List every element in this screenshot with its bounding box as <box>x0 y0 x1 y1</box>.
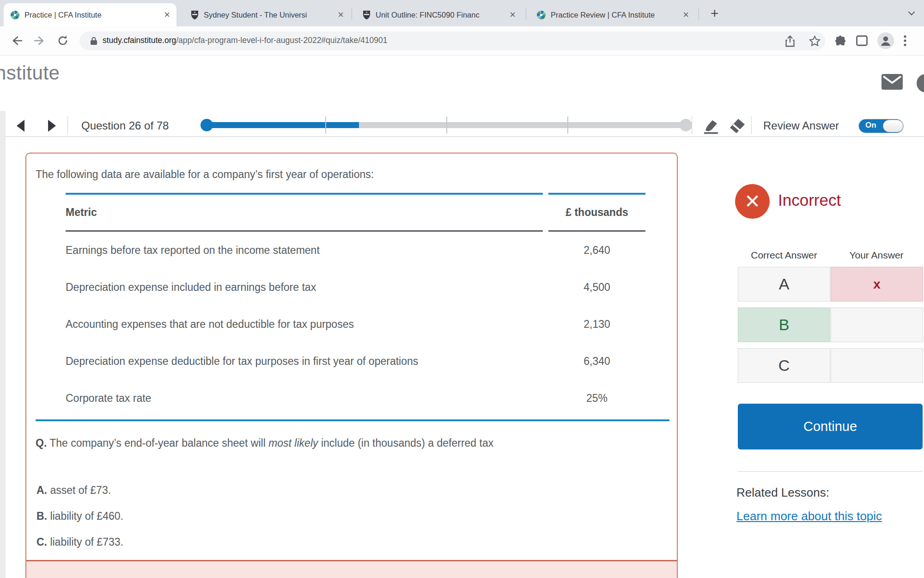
url-domain: study.cfainstitute.org <box>103 36 176 45</box>
new-tab-button[interactable]: + <box>711 6 719 21</box>
browser-toolbar: study.cfainstitute.org/app/cfa-program-l… <box>0 26 924 55</box>
bookmark-star-icon[interactable] <box>808 35 821 47</box>
result-status: Incorrect <box>778 191 841 209</box>
tab-practice-cfa[interactable]: Practice | CFA Institute × <box>4 3 176 26</box>
mail-icon[interactable] <box>881 74 903 90</box>
answer-cell-c: C <box>738 348 830 383</box>
your-answer-cell-c <box>831 348 923 383</box>
profile-partial-icon[interactable] <box>917 74 924 92</box>
option-c: C. liability of £733. <box>36 536 123 548</box>
option-text: liability of £460. <box>47 510 123 522</box>
tab-search-chevron-icon[interactable] <box>906 8 917 18</box>
eraser-icon[interactable] <box>727 117 748 135</box>
progress-end-cap <box>680 119 692 131</box>
nav-bottom-border <box>6 136 924 137</box>
back-icon[interactable] <box>10 34 23 47</box>
incorrect-x-icon: ✕ <box>735 184 770 219</box>
sidebar-divider <box>738 471 923 472</box>
prompt-text: The company’s end-of-year balance sheet … <box>47 437 268 449</box>
tab-divider <box>352 8 352 20</box>
url-text[interactable]: study.cfainstitute.org/app/cfa-program-l… <box>103 36 387 45</box>
highlighter-icon[interactable] <box>700 117 721 135</box>
answer-cell-b: B <box>738 307 830 342</box>
related-lessons-label: Related Lessons: <box>736 486 829 500</box>
close-tab-icon[interactable]: × <box>164 10 170 19</box>
address-bar[interactable]: study.cfainstitute.org/app/cfa-program-l… <box>79 31 825 50</box>
option-letter: C. <box>36 536 47 548</box>
prompt-prefix: Q. <box>36 437 47 449</box>
side-panel-icon[interactable] <box>856 35 868 47</box>
usyd-crest-icon <box>191 10 199 20</box>
nav-divider <box>692 117 692 134</box>
metric-cell: Earnings before tax reported on the inco… <box>66 232 543 269</box>
progress-fill <box>204 122 359 128</box>
your-answer-cell-b <box>831 307 923 342</box>
question-panel: The following data are available for a c… <box>25 153 678 578</box>
table-row: Earnings before tax reported on the inco… <box>66 232 645 269</box>
option-letter: B. <box>36 510 47 522</box>
your-answer-header: Your Answer <box>830 250 923 261</box>
continue-button[interactable]: Continue <box>738 404 923 449</box>
tab-divider <box>699 8 699 20</box>
review-answer-label: Review Answer <box>763 119 839 132</box>
metric-cell: Corporate tax rate <box>66 380 543 417</box>
lock-icon[interactable] <box>90 36 98 46</box>
progress-start-cap <box>201 119 213 131</box>
tab-sydney-student[interactable]: Sydney Student - The Universi × <box>184 3 350 26</box>
tab-title: Sydney Student - The Universi <box>204 11 334 19</box>
question-counter: Question 26 of 78 <box>81 119 169 132</box>
question-prompt: Q. The company’s end-of-year balance she… <box>36 437 493 449</box>
data-table: Metric £ thousands Earnings before tax r… <box>66 193 645 417</box>
learn-more-link[interactable]: Learn more about this topic <box>736 509 882 523</box>
value-cell: 2,130 <box>548 306 645 343</box>
share-icon[interactable] <box>784 35 796 48</box>
progress-tick-25 <box>325 117 326 134</box>
prompt-text: include (in thousands) a deferred tax <box>318 437 494 449</box>
value-cell: 2,640 <box>548 232 645 269</box>
close-tab-icon[interactable]: × <box>683 10 689 19</box>
metric-column-header: Metric <box>66 193 543 232</box>
tab-strip: Practice | CFA Institute × Sydney Studen… <box>0 0 924 26</box>
forward-icon[interactable] <box>33 34 46 47</box>
question-intro: The following data are available for a c… <box>36 168 374 181</box>
option-text: asset of £73. <box>47 484 111 496</box>
page-left-gutter <box>0 111 6 578</box>
table-row: Depreciation expense deductible for tax … <box>66 343 645 380</box>
usyd-crest-icon <box>363 10 371 20</box>
close-tab-icon[interactable]: × <box>510 10 516 19</box>
explanation-band <box>26 560 677 578</box>
correct-answer-header: Correct Answer <box>738 250 830 261</box>
review-answer-toggle[interactable]: On <box>858 119 904 133</box>
your-answer-cell-a: x <box>831 267 923 301</box>
tab-title: Practice Review | CFA Institute <box>551 11 679 19</box>
tab-practice-review[interactable]: Practice Review | CFA Institute × <box>530 3 695 26</box>
next-question-button[interactable] <box>48 120 56 132</box>
cfa-logo-icon <box>537 11 546 19</box>
prompt-italic: most likely <box>268 437 318 449</box>
option-text: liability of £733. <box>47 536 123 548</box>
reload-icon[interactable] <box>56 34 69 47</box>
metric-cell: Depreciation expense deductible for tax … <box>66 343 543 380</box>
cfa-logo-icon <box>11 11 19 19</box>
menu-kebab-icon[interactable] <box>904 35 906 47</box>
value-cell: 4,500 <box>548 269 645 306</box>
profile-avatar[interactable] <box>877 32 894 49</box>
extensions-puzzle-icon[interactable] <box>834 35 846 47</box>
table-bottom-border <box>36 419 669 421</box>
toggle-knob[interactable] <box>883 120 903 132</box>
metric-cell: Accounting expenses that are not deducti… <box>66 306 543 343</box>
tab-unit-outline[interactable]: Unit Outline: FINC5090 Financ × <box>356 3 522 26</box>
value-cell: 6,340 <box>548 343 645 380</box>
toggle-on-label: On <box>865 121 876 130</box>
option-a: A. asset of £73. <box>36 484 111 497</box>
answer-cell-a: A <box>738 267 830 301</box>
value-cell: 25% <box>548 380 645 417</box>
quiz-progress-bar[interactable] <box>204 122 688 128</box>
url-path: /app/cfa-program-level-i-for-august-2022… <box>176 36 387 45</box>
table-row: Depreciation expense included in earning… <box>66 269 645 306</box>
nav-divider <box>67 117 68 134</box>
close-tab-icon[interactable]: × <box>338 10 344 19</box>
previous-question-button[interactable] <box>17 120 24 132</box>
site-header: nstitute <box>0 55 924 113</box>
value-column-header: £ thousands <box>548 193 645 232</box>
